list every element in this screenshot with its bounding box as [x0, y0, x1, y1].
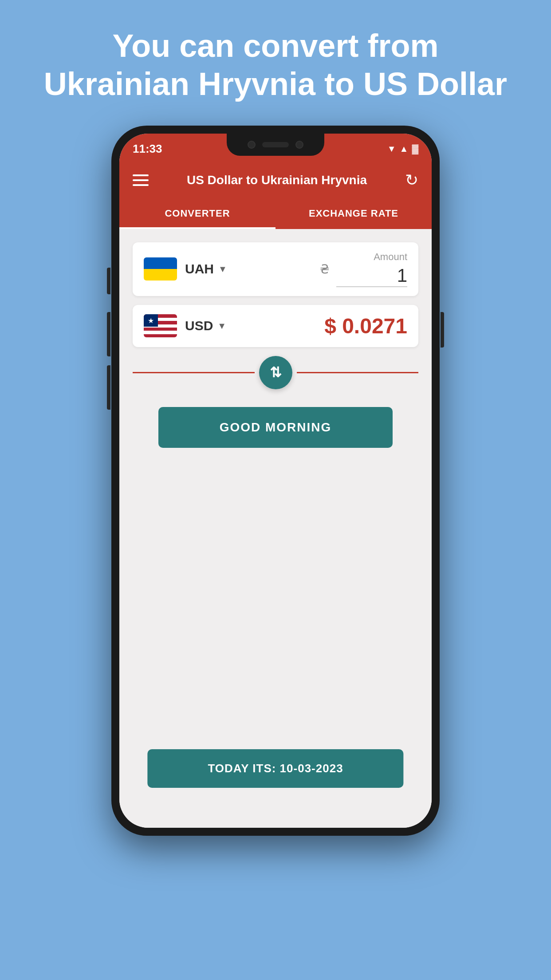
to-currency-dropdown[interactable]: ▼	[217, 321, 226, 331]
phone-mockup: 11:33 ▼ ▲ ▓ US Dollar to Ukrainian Hryvn…	[111, 126, 440, 836]
menu-button[interactable]	[133, 174, 149, 186]
signal-icon: ▲	[400, 144, 409, 154]
usa-flag-canton: ★	[144, 314, 158, 327]
amount-input[interactable]	[336, 265, 407, 287]
front-camera	[248, 141, 256, 149]
usa-flag: ★	[144, 314, 177, 337]
tab-converter[interactable]: CONVERTER	[119, 200, 276, 229]
phone-screen: 11:33 ▼ ▲ ▓ US Dollar to Ukrainian Hryvn…	[119, 134, 432, 828]
divider-section: ⇅	[133, 356, 418, 389]
volume-up-button	[107, 312, 110, 356]
to-currency-row: ★ USD ▼ $ 0.0271	[133, 305, 418, 347]
app-bar: US Dollar to Ukrainian Hryvnia ↻	[119, 160, 432, 200]
screen-content: UAH ▼ ₴ Amount	[119, 229, 432, 828]
header-title: You can convert from Ukrainian Hryvnia t…	[0, 0, 551, 121]
ukraine-flag	[144, 257, 177, 281]
face-sensor	[262, 142, 289, 147]
notch	[227, 134, 324, 156]
swap-icon: ⇅	[270, 364, 282, 381]
from-currency-symbol: ₴	[320, 262, 330, 277]
swap-button[interactable]: ⇅	[259, 356, 292, 389]
to-currency-code: USD	[185, 318, 213, 333]
app-title: US Dollar to Ukrainian Hryvnia	[155, 173, 398, 187]
greeting-button[interactable]: GOOD MORNING	[158, 407, 393, 448]
result-value: $ 0.0271	[324, 314, 407, 338]
ir-camera	[295, 141, 303, 149]
wifi-icon: ▼	[387, 144, 396, 154]
volume-silent-button	[107, 268, 110, 294]
from-currency-row: UAH ▼ ₴ Amount	[133, 242, 418, 296]
tab-exchange-rate[interactable]: EXCHANGE RATE	[276, 200, 432, 229]
status-time: 11:33	[133, 142, 162, 156]
battery-icon: ▓	[412, 144, 418, 154]
divider-line-right	[297, 372, 419, 373]
date-button[interactable]: TODAY ITS: 10-03-2023	[147, 749, 403, 788]
refresh-button[interactable]: ↻	[405, 171, 418, 190]
from-currency-dropdown[interactable]: ▼	[218, 264, 227, 274]
volume-down-button	[107, 365, 110, 410]
divider-line-left	[133, 372, 255, 373]
tab-bar: CONVERTER EXCHANGE RATE	[119, 200, 432, 229]
amount-label: Amount	[374, 251, 407, 263]
from-currency-code: UAH	[185, 261, 214, 277]
status-icons: ▼ ▲ ▓	[387, 144, 418, 154]
amount-section: Amount	[336, 251, 407, 287]
power-button	[441, 312, 444, 348]
usa-flag-star: ★	[148, 316, 154, 325]
